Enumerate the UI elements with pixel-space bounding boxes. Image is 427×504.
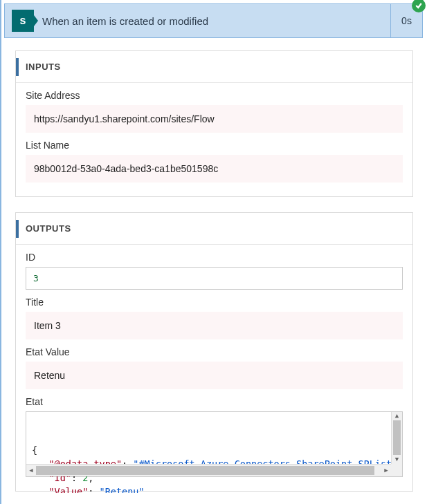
panel-accent	[16, 220, 19, 238]
field-title: Title Item 3	[26, 297, 403, 339]
field-etat-value: Etat Value Retenu	[26, 346, 403, 389]
id-label: ID	[26, 252, 403, 263]
field-etat: Etat { "@odata.type": "#Microsoft.Azure.…	[26, 396, 403, 477]
title-label: Title	[26, 297, 403, 308]
outputs-panel: OUTPUTS ID 3 Title Item 3 Etat Value Ret…	[15, 212, 413, 492]
etat-value-label: Etat Value	[26, 346, 403, 357]
scrollbar-corner	[391, 464, 402, 476]
site-address-label: Site Address	[26, 90, 403, 101]
trigger-header[interactable]: s When an item is created or modified 0s	[4, 3, 423, 38]
id-value[interactable]: 3	[26, 267, 403, 290]
scroll-down-icon[interactable]: ▼	[392, 456, 402, 464]
inputs-panel-title: INPUTS	[26, 62, 61, 72]
vertical-scrollbar[interactable]: ▲ ▼	[391, 412, 402, 464]
list-name-value[interactable]: 98b0012d-53a0-4ada-bed3-ca1be501598c	[26, 155, 403, 183]
inputs-panel-header: INPUTS	[16, 51, 412, 83]
list-name-label: List Name	[26, 140, 403, 151]
scroll-right-icon[interactable]: ▶	[381, 465, 391, 476]
etat-json-box[interactable]: { "@odata.type": "#Microsoft.Azure.Conne…	[26, 411, 403, 477]
panel-accent	[16, 58, 19, 76]
field-list-name: List Name 98b0012d-53a0-4ada-bed3-ca1be5…	[26, 140, 403, 183]
outputs-panel-title: OUTPUTS	[26, 223, 71, 234]
inputs-panel: INPUTS Site Address https://sandyu1.shar…	[15, 50, 413, 197]
sharepoint-icon: s	[12, 10, 34, 32]
field-id: ID 3	[26, 252, 403, 290]
vertical-scrollbar-thumb[interactable]	[393, 420, 401, 455]
site-address-value[interactable]: https://sandyu1.sharepoint.com/sites/Flo…	[26, 105, 403, 133]
title-value[interactable]: Item 3	[26, 312, 403, 339]
field-site-address: Site Address https://sandyu1.sharepoint.…	[26, 90, 403, 133]
outputs-panel-header: OUTPUTS	[16, 213, 412, 245]
scroll-up-icon[interactable]: ▲	[392, 412, 402, 420]
sharepoint-icon-letter: s	[20, 15, 26, 27]
scroll-left-icon[interactable]: ◀	[26, 465, 36, 476]
trigger-title: When an item is created or modified	[42, 15, 415, 27]
etat-label: Etat	[26, 396, 403, 407]
horizontal-scrollbar-thumb[interactable]	[36, 466, 374, 475]
check-icon	[415, 1, 423, 10]
horizontal-scrollbar[interactable]: ◀ ▶	[26, 464, 391, 476]
success-status-badge	[412, 0, 426, 12]
etat-value-value[interactable]: Retenu	[26, 362, 403, 389]
